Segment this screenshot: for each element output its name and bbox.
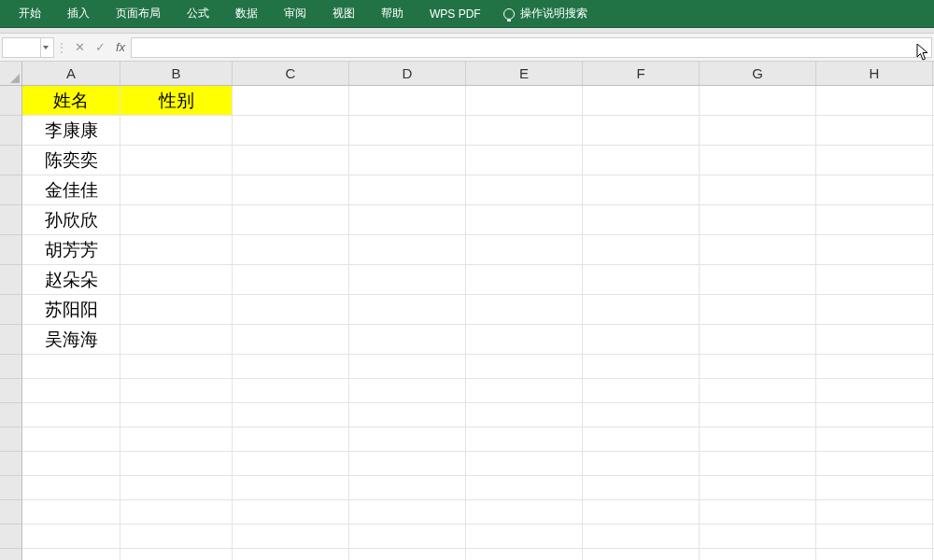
cell[interactable] — [120, 146, 233, 175]
cell[interactable]: 性别 — [120, 86, 233, 116]
row-header[interactable] — [0, 265, 22, 295]
cell[interactable] — [816, 452, 933, 476]
row-header[interactable] — [0, 205, 22, 235]
row-header[interactable] — [0, 549, 22, 560]
cell[interactable] — [120, 355, 233, 379]
cell[interactable] — [466, 265, 583, 295]
cell[interactable] — [233, 116, 349, 146]
col-header-H[interactable]: H — [816, 62, 933, 86]
cell[interactable] — [816, 549, 933, 560]
cell[interactable]: 孙欣欣 — [22, 205, 120, 235]
cell[interactable] — [700, 500, 816, 525]
cell[interactable] — [816, 116, 933, 146]
cell[interactable] — [466, 427, 583, 452]
cell[interactable] — [816, 265, 933, 295]
cell[interactable]: 苏阳阳 — [22, 295, 120, 325]
cell[interactable] — [700, 265, 816, 295]
cell[interactable] — [233, 500, 349, 525]
cell[interactable] — [349, 403, 466, 427]
cell[interactable]: 金佳佳 — [22, 175, 120, 205]
select-all-corner[interactable] — [0, 62, 22, 86]
cell[interactable] — [583, 116, 700, 146]
row-header[interactable] — [0, 295, 22, 325]
cell[interactable] — [816, 355, 933, 379]
cell[interactable] — [349, 325, 466, 355]
cell[interactable] — [583, 403, 700, 427]
cell[interactable] — [700, 235, 816, 265]
cell[interactable] — [22, 452, 120, 476]
cell[interactable] — [120, 427, 233, 452]
cell[interactable] — [22, 549, 120, 560]
name-box-caret[interactable] — [40, 37, 50, 58]
cell[interactable] — [349, 427, 466, 452]
cell[interactable] — [700, 379, 816, 403]
cell[interactable] — [700, 175, 816, 205]
cell[interactable] — [700, 86, 816, 116]
col-header-B[interactable]: B — [120, 62, 233, 86]
cell[interactable]: 吴海海 — [22, 325, 120, 355]
cell[interactable]: 李康康 — [22, 116, 120, 146]
cell[interactable] — [816, 235, 933, 265]
cell[interactable] — [700, 427, 816, 452]
cell[interactable] — [349, 146, 466, 175]
cell[interactable] — [466, 500, 583, 525]
cell[interactable] — [816, 175, 933, 205]
cell[interactable] — [233, 452, 349, 476]
col-header-F[interactable]: F — [583, 62, 700, 86]
cell[interactable] — [700, 476, 816, 500]
cell[interactable] — [816, 146, 933, 175]
ribbon-tab-review[interactable]: 审阅 — [271, 0, 319, 27]
cell[interactable] — [816, 403, 933, 427]
formula-cancel-button[interactable]: ✕ — [69, 37, 90, 58]
cell[interactable] — [349, 379, 466, 403]
cell[interactable] — [466, 549, 583, 560]
cell[interactable] — [816, 525, 933, 549]
cell[interactable] — [233, 427, 349, 452]
cell[interactable] — [816, 476, 933, 500]
cell[interactable] — [349, 355, 466, 379]
cell[interactable] — [700, 355, 816, 379]
cell[interactable] — [700, 525, 816, 549]
cell[interactable] — [816, 325, 933, 355]
cell[interactable] — [583, 379, 700, 403]
cell[interactable] — [700, 116, 816, 146]
cell[interactable] — [466, 325, 583, 355]
cell[interactable] — [22, 476, 120, 500]
cell[interactable]: 姓名 — [22, 86, 120, 116]
cell[interactable] — [583, 175, 700, 205]
cell[interactable] — [120, 205, 233, 235]
row-header[interactable] — [0, 146, 22, 175]
cell[interactable] — [233, 235, 349, 265]
tell-me-search[interactable]: 操作说明搜索 — [494, 6, 597, 21]
ribbon-tab-help[interactable]: 帮助 — [368, 0, 417, 27]
col-header-C[interactable]: C — [233, 62, 349, 86]
ribbon-tab-data[interactable]: 数据 — [222, 0, 271, 27]
cell[interactable] — [120, 265, 233, 295]
cell[interactable] — [583, 355, 700, 379]
cell[interactable] — [120, 295, 233, 325]
cell[interactable] — [583, 205, 700, 235]
cell[interactable] — [22, 500, 120, 525]
cell[interactable] — [700, 205, 816, 235]
cell[interactable] — [466, 525, 583, 549]
row-header[interactable] — [0, 403, 22, 427]
cell[interactable] — [120, 525, 233, 549]
cell[interactable] — [120, 403, 233, 427]
cell[interactable] — [22, 403, 120, 427]
row-header[interactable] — [0, 452, 22, 476]
cell[interactable] — [583, 325, 700, 355]
cells-area[interactable]: 姓名性别李康康陈奕奕金佳佳孙欣欣胡芳芳赵朵朵苏阳阳吴海海 — [22, 86, 934, 560]
ribbon-tab-insert[interactable]: 插入 — [54, 0, 103, 27]
cell[interactable] — [349, 549, 466, 560]
cell[interactable] — [583, 452, 700, 476]
row-header[interactable] — [0, 325, 22, 355]
cell[interactable] — [233, 525, 349, 549]
cell[interactable] — [233, 355, 349, 379]
cell[interactable] — [700, 452, 816, 476]
cell[interactable] — [466, 205, 583, 235]
cell[interactable] — [583, 525, 700, 549]
cell[interactable] — [583, 235, 700, 265]
row-header[interactable] — [0, 379, 22, 403]
cell[interactable] — [349, 452, 466, 476]
cell[interactable] — [349, 86, 466, 116]
